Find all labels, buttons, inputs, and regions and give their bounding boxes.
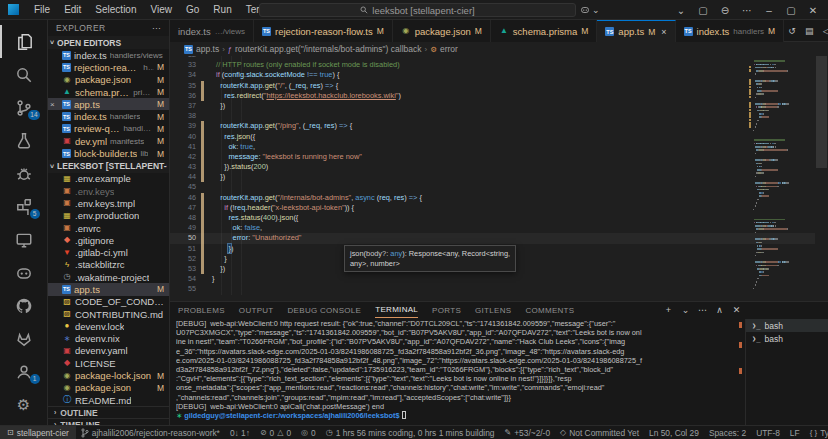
file-devenv.lock[interactable]: ●devenv.lock — [48, 320, 169, 332]
open-editor-package.json[interactable]: ◉package.jsonM — [48, 74, 169, 86]
file-package-lock.json[interactable]: ◉package-lock.jsonM — [48, 369, 169, 381]
copilot-menu[interactable]: ⌄ — [580, 0, 600, 20]
problems[interactable]: ⊘0△0 — [255, 426, 296, 439]
editor-scrollbar[interactable] — [815, 56, 828, 301]
file-contributing.md[interactable]: ▨CONTRIBUTING.md — [48, 308, 169, 320]
section-timeline[interactable]: ›TIMELINE — [48, 418, 169, 425]
indentation[interactable]: Spaces: 2 — [704, 426, 751, 439]
open-editor-block-builder.ts[interactable]: TSblock-builder.tslibM — [48, 147, 169, 159]
eol[interactable]: LF — [785, 426, 805, 439]
breadcrumb-item[interactable]: error — [440, 44, 458, 54]
maximize-icon[interactable]: ▢ — [780, 5, 802, 16]
command-center-search[interactable]: leeksbot [stellapent-cier] — [259, 3, 576, 17]
file-app.ts[interactable]: TSapp.tsM — [48, 283, 169, 295]
open-editor-index.ts[interactable]: TSindex.tshandlers/views — [48, 49, 169, 61]
encoding[interactable]: UTF-8 — [751, 426, 785, 439]
activity-source-control[interactable]: 14 — [0, 91, 48, 124]
close-icon[interactable]: ✕ — [802, 5, 824, 16]
panel-tab-comments[interactable]: COMMENTS — [525, 302, 574, 318]
activity-accounts[interactable]: 1 — [0, 355, 48, 388]
tab-package.json[interactable]: ◉package.jsonM — [393, 20, 491, 42]
activity-explorer[interactable] — [0, 25, 48, 58]
tab-index.ts[interactable]: index.ts…/views — [170, 20, 254, 42]
launch-profile-icon[interactable]: ⌄ — [678, 305, 693, 315]
tab-app.ts[interactable]: TSapp.tsM× — [597, 20, 675, 42]
close-icon[interactable]: × — [661, 27, 666, 37]
activity-gitlab[interactable] — [0, 322, 48, 355]
run-file-icon[interactable]: ▤ — [801, 26, 817, 36]
panel-tab-output[interactable]: OUTPUT — [239, 302, 274, 318]
zoom-out-icon[interactable]: ⊖ — [714, 5, 736, 16]
activity-search[interactable] — [0, 58, 48, 91]
activity-remote-explorer[interactable] — [0, 223, 48, 256]
open-editor-rejection-reason-flow.ts[interactable]: TSrejection-reason-flow.tsha...M — [48, 61, 169, 73]
terminal-session-bash[interactable]: ❯_bash — [746, 332, 828, 345]
section-outline[interactable]: ›OUTLINE — [48, 406, 169, 418]
tab-rejection-reason-flow.ts[interactable]: TSrejection-reason-flow.tsM — [254, 20, 393, 42]
local-history-icon[interactable]: ↺ — [784, 26, 800, 36]
new-terminal-icon[interactable]: + — [661, 305, 676, 315]
open-editor-dev.yml[interactable]: ▣dev.ymlmanifestsM — [48, 135, 169, 147]
file-devenv.yaml[interactable]: ▣devenv.yaml — [48, 345, 169, 357]
terminal[interactable]: [DEBUG] web-api:WebClient:0 http request… — [176, 319, 744, 425]
maximize-panel-icon[interactable]: ∧ — [712, 305, 727, 315]
file-package.json[interactable]: ◉package.jsonM — [48, 382, 169, 394]
file-.env.keys[interactable]: ▣.env.keys — [48, 185, 169, 197]
file-.env.keys.tmpl[interactable]: ▣.env.keys.tmpl — [48, 197, 169, 209]
file-.wakatime-project[interactable]: ◷.wakatime-project — [48, 271, 169, 283]
minimap[interactable] — [749, 56, 815, 301]
file-readme.md[interactable]: ⓘREADME.md — [48, 394, 169, 406]
project-section-header[interactable]: ˅LEEKSBOT [STELLAPENT-CIER] — [48, 160, 169, 173]
file-.stackblitzrc[interactable]: ϟ.stackblitzrc — [48, 259, 169, 271]
menu-file[interactable]: File — [27, 4, 57, 15]
tab-schema.prisma[interactable]: ▲schema.prismaM — [491, 20, 598, 42]
menu-view[interactable]: View — [144, 4, 180, 15]
breadcrumb-item[interactable]: app.ts — [196, 44, 219, 54]
file-code_of_conduct.md[interactable]: ▨CODE_OF_CONDUCT.md — [48, 296, 169, 308]
close-panel-icon[interactable]: ✕ — [729, 305, 744, 315]
layout-panel-icon[interactable]: ▢ — [692, 5, 714, 16]
wakatime[interactable]: ◷1 hrs 56 mins coding, 0 hrs 1 mins buil… — [321, 426, 500, 439]
code-editor[interactable]: 3233 // HTTP routes (only enabled if soc… — [170, 56, 828, 301]
file-.gitignore[interactable]: ◆.gitignore — [48, 234, 169, 246]
file-.env.production[interactable]: ▦.env.production — [48, 210, 169, 222]
panel-tab-debug-console[interactable]: DEBUG CONSOLE — [288, 302, 362, 318]
language-mode[interactable]: { }TypeScript — [805, 426, 828, 439]
terminal-session-bash[interactable]: ❯_bash — [746, 319, 828, 332]
tab-index.ts[interactable]: TSindex.tshandlersM — [676, 20, 785, 42]
file-.envrc[interactable]: ▣.envrc — [48, 222, 169, 234]
open-editors-header[interactable]: ˅OPEN EDITORS — [48, 36, 169, 49]
minimize-icon[interactable]: – — [758, 5, 780, 16]
file-.gitlab-ci.yml[interactable]: ▼.gitlab-ci.yml — [48, 246, 169, 258]
ports[interactable]: ◎0 — [296, 426, 321, 439]
more-actions-icon[interactable]: ⋯ — [736, 5, 758, 16]
menu-edit[interactable]: Edit — [57, 4, 88, 15]
file-changes[interactable]: ✎+53/~2/-0 — [500, 426, 556, 439]
open-editor-index.ts[interactable]: TSindex.tshandlersM — [48, 110, 169, 122]
activity-github[interactable] — [0, 289, 48, 322]
open-editor-review-queue.ts[interactable]: TSreview-queue.tshandlers/a...M — [48, 123, 169, 135]
activity-testing[interactable] — [0, 124, 48, 157]
git-sync[interactable]: 0↓ 1↑ — [225, 426, 255, 439]
open-editor-schema.prisma[interactable]: ▲schema.prismaprismaM — [48, 86, 169, 98]
previous-change-icon[interactable]: ◁ — [818, 26, 828, 36]
more-actions-icon[interactable]: ⋯ — [695, 305, 710, 315]
breadcrumb[interactable]: TSapp.ts›ƒrouterKit.app.get("/internals/… — [170, 42, 828, 56]
activity-copilot[interactable] — [0, 256, 48, 289]
menu-go[interactable]: Go — [179, 4, 206, 15]
chevron-down-icon[interactable]: ⌄ — [670, 5, 692, 16]
menu-run[interactable]: Run — [206, 4, 238, 15]
cursor-position[interactable]: Ln 50, Col 29 — [644, 426, 704, 439]
activity-extensions[interactable]: 5 — [0, 190, 48, 223]
file-.env.example[interactable]: ▦.env.example — [48, 173, 169, 185]
menu-selection[interactable]: Selection — [88, 4, 143, 15]
panel-tab-ports[interactable]: PORTS — [432, 302, 461, 318]
close-icon[interactable]: × — [50, 100, 55, 109]
more-actions-icon[interactable]: ⋯ — [152, 23, 161, 33]
panel-tab-problems[interactable]: PROBLEMS — [178, 302, 225, 318]
remote-indicator[interactable]: ⊡stellapent-cier — [0, 426, 76, 439]
panel-tab-terminal[interactable]: TERMINAL — [375, 302, 418, 318]
open-editor-app.ts[interactable]: ×TSapp.tsM — [48, 98, 169, 110]
file-license[interactable]: ◆LICENSE — [48, 357, 169, 369]
commit-status[interactable]: ◇Not Committed Yet — [555, 426, 644, 439]
